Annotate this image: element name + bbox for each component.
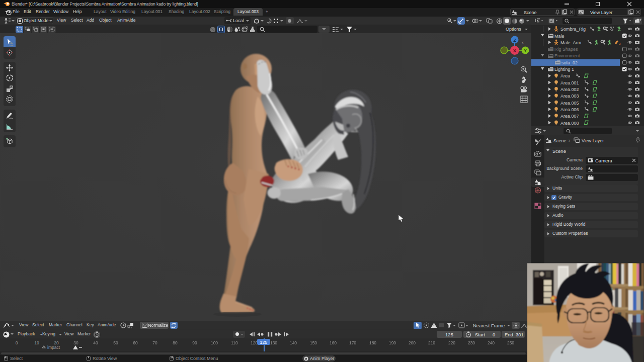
svg-text:Area: Area <box>560 73 570 78</box>
svg-text:Sombra_Rig: Sombra_Rig <box>560 27 586 32</box>
svg-text:sofa_02: sofa_02 <box>561 60 578 65</box>
svg-text:Y: Y <box>524 48 527 53</box>
svg-text:Rig Shapes: Rig Shapes <box>554 47 578 52</box>
svg-text:Lighting 1: Lighting 1 <box>554 67 574 72</box>
svg-text:Area.003: Area.003 <box>560 94 579 99</box>
svg-text:3: 3 <box>619 42 621 45</box>
svg-text:Area.008: Area.008 <box>560 121 579 126</box>
svg-text:Area.002: Area.002 <box>560 87 579 92</box>
svg-text:Area.001: Area.001 <box>560 80 579 85</box>
svg-text:Area.005: Area.005 <box>560 101 579 106</box>
svg-text:Male: Male <box>554 34 565 39</box>
svg-text:Male_Arm: Male_Arm <box>560 40 581 45</box>
svg-text:Z: Z <box>513 38 516 43</box>
svg-text:Area.006: Area.006 <box>560 107 579 112</box>
svg-text:Area.007: Area.007 <box>560 114 579 119</box>
svg-text:X: X <box>513 48 517 53</box>
svg-text:Environment: Environment <box>554 53 580 58</box>
